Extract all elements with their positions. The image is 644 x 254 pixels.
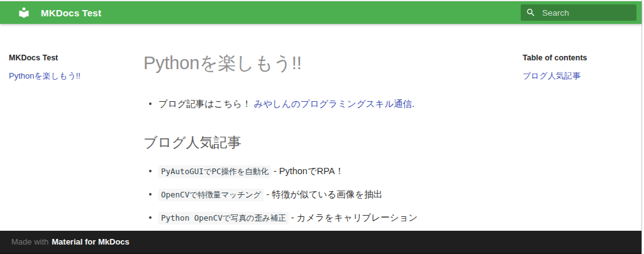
list-item: OpenCVで特徴量マッチング - 特徴が似ている画像を抽出 <box>143 189 508 201</box>
page: MKDocs Test MKDocs Test Pythonを楽しもう!! Py… <box>0 0 642 254</box>
content-area: MKDocs Test Pythonを楽しもう!! Pythonを楽しもう!! … <box>0 24 641 231</box>
blog-link[interactable]: みやしんのプログラミングスキル通信 <box>253 99 412 109</box>
article-text: - カメラをキャリブレーション <box>289 213 418 223</box>
toc-item-blog[interactable]: ブログ人気記事 <box>523 70 635 82</box>
section-title: ブログ人気記事 <box>143 133 508 152</box>
app-footer: Made with Material for MkDocs <box>0 231 641 254</box>
intro-list: ブログ記事はこちら！ みやしんのプログラミングスキル通信. <box>143 98 508 110</box>
article-text: - 特徴が似ている画像を抽出 <box>264 189 382 199</box>
page-title: Pythonを楽しもう!! <box>143 51 508 76</box>
search-input[interactable] <box>542 8 644 18</box>
search-icon <box>526 8 536 18</box>
left-sidebar-nav: MKDocs Test Pythonを楽しもう!! <box>0 24 135 231</box>
search-box[interactable] <box>521 4 636 21</box>
article-list: PyAutoGUIでPC操作を自動化 - PythonでRPA！ OpenCVで… <box>143 165 508 224</box>
table-of-contents: Table of contents ブログ人気記事 <box>523 24 641 231</box>
intro-text: ブログ記事はこちら！ <box>158 99 253 109</box>
intro-text-after: . <box>412 99 414 109</box>
footer-made-with: Made with <box>11 237 48 246</box>
app-header: MKDocs Test <box>0 1 641 24</box>
list-item: PyAutoGUIでPC操作を自動化 - PythonでRPA！ <box>143 165 508 177</box>
nav-item-python[interactable]: Pythonを楽しもう!! <box>9 70 128 82</box>
footer-theme-link[interactable]: Material for MkDocs <box>52 237 130 246</box>
list-item: ブログ記事はこちら！ みやしんのプログラミングスキル通信. <box>143 98 508 110</box>
article-code-label: Python OpenCVで写真の歪み補正 <box>158 212 289 224</box>
article-code-label: OpenCVで特徴量マッチング <box>158 189 264 201</box>
main-content: Pythonを楽しもう!! ブログ記事はこちら！ みやしんのプログラミングスキル… <box>135 24 523 231</box>
list-item: Python OpenCVで写真の歪み補正 - カメラをキャリブレーション <box>143 212 508 224</box>
article-code-label: PyAutoGUIでPC操作を自動化 <box>158 165 271 178</box>
toc-title: Table of contents <box>523 53 635 62</box>
article-text: - PythonでRPA！ <box>271 166 344 176</box>
site-logo-icon[interactable] <box>18 6 30 19</box>
nav-site-name: MKDocs Test <box>9 53 128 62</box>
site-title[interactable]: MKDocs Test <box>41 8 101 18</box>
